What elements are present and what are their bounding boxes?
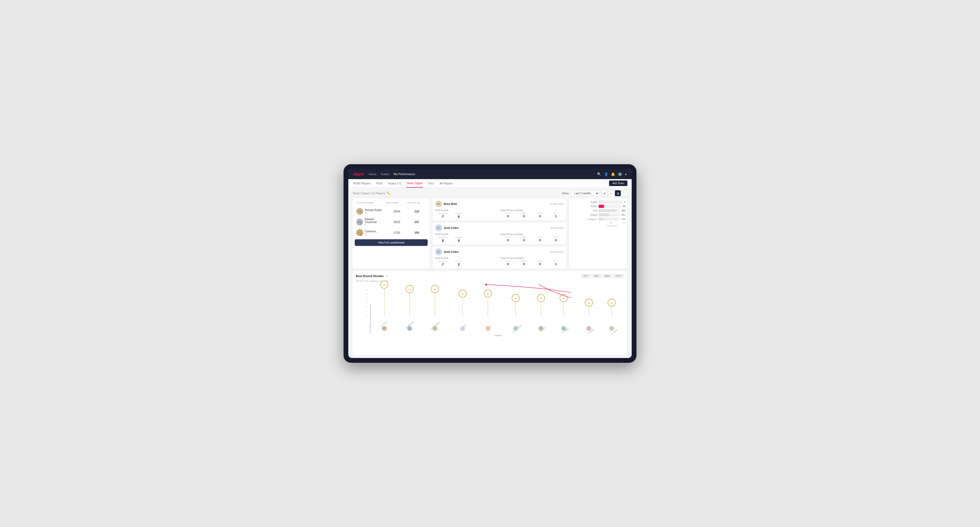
x-axis-title: Total Shots xyxy=(584,225,625,227)
settings-icon[interactable]: ⚙️ xyxy=(618,172,622,176)
x-label: 200 xyxy=(609,222,613,224)
svg-text:4x: 4x xyxy=(514,297,517,300)
svg-point-49 xyxy=(407,326,412,331)
bell-icon[interactable]: 🔔 xyxy=(611,172,615,176)
nav-links: Home Teams My Performance xyxy=(369,171,592,177)
search-icon[interactable]: 🔍 xyxy=(597,172,601,176)
player-avg: 110 xyxy=(407,210,426,213)
settings-view-icon[interactable]: ⋮ xyxy=(622,190,627,196)
sub-nav-pgat[interactable]: PGAT Players xyxy=(353,179,371,187)
bar-track xyxy=(599,205,621,208)
svg-text:4x: 4x xyxy=(540,297,542,300)
nav-icons: 🔍 👤 🔔 ⚙️ ● xyxy=(597,172,627,176)
card-stats: Total Rounds Tournament 7 Practice 6 xyxy=(435,209,563,219)
col-header: APP xyxy=(516,260,532,262)
grid-view-icon[interactable]: ⊞ xyxy=(601,190,608,196)
col-header: OTT xyxy=(500,260,516,262)
bar-value: 131 xyxy=(622,218,625,221)
putt-filter-btn[interactable]: PUTT xyxy=(613,274,625,278)
bar-value: 499 xyxy=(622,209,625,212)
col-value: 0 xyxy=(532,262,548,266)
bar-label: Pars xyxy=(584,209,598,212)
card-player-info: JC Josh Coles xyxy=(435,224,458,231)
bar-value: 311 xyxy=(622,213,625,216)
nav-teams[interactable]: Teams xyxy=(381,171,389,177)
add-team-button[interactable]: Add Team xyxy=(609,181,627,186)
bar-track xyxy=(599,209,619,212)
stat-title: Total Rounds xyxy=(435,209,498,211)
col-value: 7 xyxy=(435,214,450,219)
bar-value: 96 xyxy=(623,205,625,208)
bar-fill xyxy=(599,209,616,212)
col-value: 0 xyxy=(516,214,532,218)
nav-home[interactable]: Home xyxy=(369,171,376,177)
card-view-icon[interactable]: ▤ xyxy=(615,190,621,196)
sub-nav-hcaps[interactable]: Hcaps 1-5 xyxy=(388,179,402,187)
player-row: C 3 Cameron... ♦ 17/20 103 xyxy=(355,228,428,238)
player-score: 17/20 xyxy=(386,231,407,234)
date-range-select[interactable]: Last 3 months Last 6 months Last 12 mont… xyxy=(571,190,600,196)
view-leaderboard-button[interactable]: View Full Leaderboard xyxy=(355,239,428,246)
nav-bar: clippd Home Teams My Performance 🔍 👤 🔔 ⚙… xyxy=(348,169,632,179)
col-value: 0 xyxy=(516,238,532,242)
bar-fill xyxy=(599,217,603,221)
col-value: 1 xyxy=(548,262,563,266)
svg-text:3x: 3x xyxy=(610,302,613,304)
sub-nav-team-clippd[interactable]: Team Clippd xyxy=(406,179,423,187)
y-tick: 1 xyxy=(366,310,367,312)
stat-total-rounds: Total Rounds Tournament 8 Practice 4 xyxy=(435,233,498,243)
card-avatar: RB xyxy=(435,200,442,207)
svg-text:6x: 6x xyxy=(409,288,411,290)
player-info: EC 2 Edward Crossman ♦ xyxy=(356,218,386,226)
sub-nav-pga[interactable]: PGA xyxy=(376,179,383,187)
ott-filter-btn[interactable]: OTT xyxy=(581,274,590,278)
card-stats: Total Rounds Tournament 7 Practice 2 xyxy=(435,257,563,267)
y-tick: 3 xyxy=(366,301,367,304)
stat-cols: OTT 0 APP 0 ARG 0 xyxy=(500,260,563,266)
card-player-info: JC Josh Coles xyxy=(435,248,458,255)
arrow-icon: ← xyxy=(386,274,390,278)
table-header: PLAYER NAME PB SCORE PB AVG SQ xyxy=(355,200,428,205)
col-header: Tournament xyxy=(435,236,450,238)
bar-track xyxy=(599,213,619,216)
list-view-icon[interactable]: ≡ xyxy=(608,190,614,196)
card-date: 26 Aug 2023 xyxy=(550,227,563,229)
svg-text:3x: 3x xyxy=(588,302,590,304)
arg-filter-btn[interactable]: ARG xyxy=(602,274,612,278)
edit-icon[interactable]: ✏️ xyxy=(387,192,390,195)
user-avatar[interactable]: ● xyxy=(625,172,627,176)
col-value: 0 xyxy=(500,238,516,242)
stat-cols: Tournament 8 Practice 4 xyxy=(435,236,498,243)
bar-label: D. Bogeys + xyxy=(584,218,598,221)
sub-nav-all-players[interactable]: All Players xyxy=(439,179,453,187)
svg-point-54 xyxy=(538,326,543,331)
three-col-layout: PLAYER NAME PB SCORE PB AVG SQ RB 1 xyxy=(353,198,627,268)
col-header: ARG xyxy=(532,236,548,238)
stat-practice-activities: Total Practice Activities OTT 0 APP 0 xyxy=(500,209,563,219)
bar-fill xyxy=(599,213,609,216)
stat-title: Total Rounds xyxy=(435,257,498,259)
svg-point-51 xyxy=(460,326,465,331)
player-medal: ♦ xyxy=(364,224,386,226)
col-value: 0 xyxy=(500,262,516,266)
person-icon[interactable]: 👤 xyxy=(604,172,608,176)
player-row: EC 2 Edward Crossman ♦ 18/20 107 xyxy=(355,216,428,228)
avatar: RB 1 xyxy=(356,208,363,215)
y-tick: 5 xyxy=(366,293,367,295)
sub-nav-tour[interactable]: Tour xyxy=(428,179,434,187)
col-header: Tournament xyxy=(435,260,450,262)
bar-row-double-bogeys: D. Bogeys + 131 xyxy=(584,217,625,221)
avatar: C 3 xyxy=(356,229,363,236)
player-card: JC Josh Coles 26 Aug 2023 Total Rounds T… xyxy=(433,246,566,268)
rank-badge: 1 xyxy=(361,212,363,215)
player-medal: ♦ xyxy=(365,211,382,214)
bar-track xyxy=(599,217,619,221)
nav-my-performance[interactable]: My Performance xyxy=(394,171,415,177)
app-filter-btn[interactable]: APP xyxy=(592,274,601,278)
svg-point-56 xyxy=(586,326,591,331)
player-card: JC Josh Coles 26 Aug 2023 Total Rounds T… xyxy=(433,222,566,244)
col-header: Tournament xyxy=(435,212,450,214)
outer-wrapper: Best Round Streaks ← OTT APP ARG PUTT Of… xyxy=(353,271,627,355)
stat-title: Total Practice Activities xyxy=(500,257,563,259)
bar-row-birdies: Birdies 96 xyxy=(584,205,625,208)
